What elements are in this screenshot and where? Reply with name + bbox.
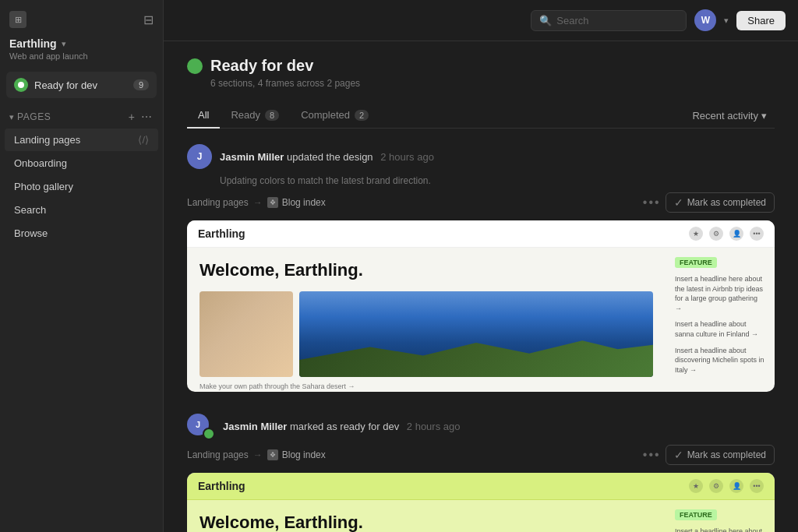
check-icon: ✓	[674, 196, 683, 209]
feature-tag-green: FEATURE	[675, 509, 717, 520]
search-icon: 🔍	[539, 15, 552, 26]
preview-icon-settings: ⚙	[709, 479, 723, 493]
toggle-panel-icon[interactable]: ⊟	[143, 12, 154, 27]
tab-all[interactable]: All	[187, 103, 220, 129]
preview-main-green: Welcome, Earthling.	[187, 500, 666, 532]
preview-card-green: Earthling ★ ⚙ 👤 ••• Welcome, Earthling.	[187, 473, 775, 532]
section-label: Ready for dev	[34, 79, 127, 91]
page-meta: 6 sections, 4 frames across 2 pages	[187, 78, 775, 89]
sidebar-item-photo-gallery[interactable]: Photo gallery	[5, 175, 158, 198]
mark-complete-button[interactable]: ✓ Mark as completed	[666, 192, 775, 213]
activity-user: Jasmin Miller	[223, 421, 287, 432]
preview-sidebar-text-1: Insert a headline here about the latest …	[675, 274, 765, 313]
main-content: 🔍 W ▾ Share Ready for dev 6 sections, 4 …	[164, 0, 798, 532]
add-page-icon[interactable]: +	[127, 109, 136, 125]
pages-chevron-icon: ▾	[9, 112, 14, 122]
preview-icon-star: ★	[689, 479, 703, 493]
preview-caption: Make your own path through the Sahara de…	[200, 382, 653, 392]
recent-activity-button[interactable]: Recent activity ▾	[684, 105, 775, 126]
pages-title: Pages	[17, 111, 124, 122]
tab-completed-label: Completed	[301, 109, 350, 121]
app-logo[interactable]: ⊞	[9, 11, 26, 28]
path-arrow-icon: →	[253, 449, 263, 460]
more-options-button[interactable]: •••	[638, 446, 666, 464]
preview-content-green: Welcome, Earthling. FEATURE Insert a hea…	[187, 500, 775, 532]
content-area: Ready for dev 6 sections, 4 frames acros…	[164, 41, 798, 532]
activity-text: Jasmin Miller marked as ready for dev 2 …	[223, 421, 775, 432]
tab-ready-count: 8	[265, 110, 279, 121]
avatar: J	[187, 144, 212, 169]
preview-image-desert	[200, 291, 293, 377]
workspace-row[interactable]: Earthling ▾	[0, 34, 163, 51]
path-to-label: Blog index	[282, 449, 326, 460]
preview-sidebar-text-g1: Insert a headline here about the latest …	[675, 527, 765, 532]
sidebar: ⊞ ⊟ Earthling ▾ Web and app launch Ready…	[0, 0, 164, 532]
activity-description: Updating colors to match the latest bran…	[220, 175, 775, 186]
preview-main: Welcome, Earthling. Make your own path t…	[187, 248, 666, 389]
mark-complete-label: Mark as completed	[687, 197, 766, 208]
pages-more-icon[interactable]: ⋯	[139, 109, 154, 125]
tab-completed-count: 2	[355, 110, 369, 121]
path-component: ❖ Blog index	[267, 197, 326, 208]
preview-topbar-icons: ★ ⚙ 👤 •••	[689, 227, 764, 241]
activity-text: Jasmin Miller updated the design 2 hours…	[220, 151, 775, 163]
mountain-silhouette	[299, 334, 653, 377]
page-header: Ready for dev 6 sections, 4 frames acros…	[187, 57, 775, 89]
mark-complete-button[interactable]: ✓ Mark as completed	[666, 445, 775, 465]
search-box: 🔍	[531, 10, 687, 31]
activity-header: J Jasmin Miller marked as ready for dev …	[187, 414, 775, 439]
tab-ready[interactable]: Ready 8	[220, 103, 290, 129]
avatar-chevron-icon[interactable]: ▾	[724, 16, 729, 26]
activity-action: marked as ready for dev	[290, 421, 399, 432]
mark-complete-label: Mark as completed	[687, 449, 766, 460]
preview-headline: Welcome, Earthling.	[200, 260, 653, 280]
nav-item-label: Photo gallery	[14, 181, 149, 192]
component-icon: ❖	[267, 449, 278, 460]
activity-action: updated the design	[287, 151, 373, 163]
page-title: Ready for dev	[210, 57, 313, 75]
user-avatar[interactable]: W	[694, 9, 716, 31]
preview-brand: Earthling	[198, 227, 245, 240]
activity-time: 2 hours ago	[380, 151, 434, 163]
tabs-left: All Ready 8 Completed 2	[187, 103, 380, 128]
sidebar-item-search[interactable]: Search	[5, 199, 158, 221]
ready-for-dev-section[interactable]: Ready for dev 9	[6, 72, 157, 98]
topbar: 🔍 W ▾ Share	[164, 0, 798, 41]
share-button[interactable]: Share	[736, 11, 786, 30]
sidebar-item-browse[interactable]: Browse	[5, 222, 158, 245]
status-indicator	[203, 428, 215, 440]
path-actions-row: Landing pages → ❖ Blog index ••• ✓ Mark …	[187, 192, 775, 213]
page-status-dot	[187, 58, 203, 74]
preview-sidebar-text-3: Insert a headline about discovering Mich…	[675, 346, 765, 375]
check-icon: ✓	[674, 449, 683, 461]
preview-headline-green: Welcome, Earthling.	[200, 513, 653, 532]
tab-completed[interactable]: Completed 2	[290, 103, 380, 129]
feature-tag: FEATURE	[675, 257, 717, 268]
preview-image-mountain	[299, 291, 653, 377]
workspace-subtitle: Web and app launch	[0, 51, 163, 69]
section-badge: 9	[133, 79, 149, 90]
path-component: ❖ Blog index	[267, 449, 326, 460]
sidebar-item-landing-pages[interactable]: Landing pages ⟨/⟩	[5, 129, 158, 151]
sidebar-item-onboarding[interactable]: Onboarding	[5, 152, 158, 174]
nav-item-icon: ⟨/⟩	[138, 134, 149, 146]
preview-brand: Earthling	[198, 480, 245, 492]
pages-actions: + ⋯	[127, 109, 154, 125]
preview-images	[200, 291, 653, 377]
component-icon: ❖	[267, 197, 278, 208]
preview-sidebar-text-2: Insert a headline about sanna culture in…	[675, 319, 765, 339]
activity-item: J Jasmin Miller marked as ready for dev …	[187, 414, 775, 532]
nav-item-label: Landing pages	[14, 134, 132, 146]
search-input[interactable]	[556, 15, 678, 26]
path-to-label: Blog index	[282, 197, 326, 208]
preview-topbar: Earthling ★ ⚙ 👤 •••	[187, 220, 775, 248]
preview-sidebar: FEATURE Insert a headline here about the…	[666, 248, 775, 389]
tab-all-label: All	[198, 109, 209, 121]
nav-item-label: Search	[14, 204, 149, 216]
pages-nav: Landing pages ⟨/⟩ Onboarding Photo galle…	[0, 128, 163, 245]
preview-icon-user: 👤	[729, 227, 743, 241]
tabs-row: All Ready 8 Completed 2 Recent activity …	[187, 103, 775, 129]
more-options-button[interactable]: •••	[638, 193, 666, 212]
recent-activity-label: Recent activity	[692, 110, 758, 122]
preview-icon-more: •••	[750, 479, 764, 493]
